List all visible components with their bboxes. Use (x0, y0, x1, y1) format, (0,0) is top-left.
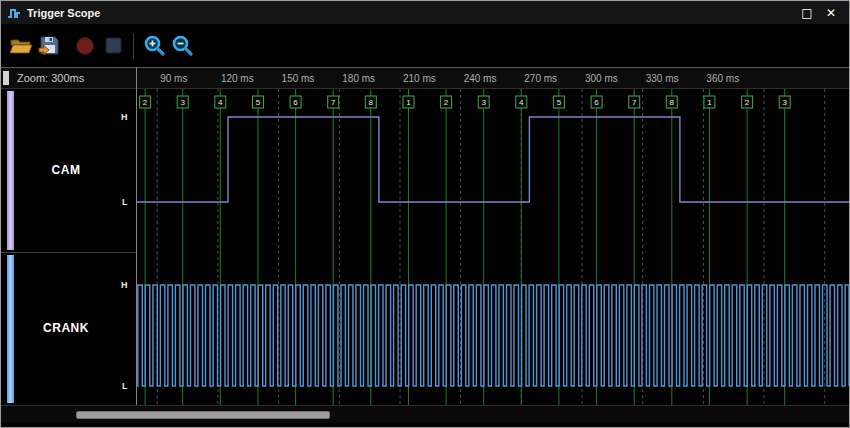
stop-button[interactable] (99, 30, 127, 62)
toolbar-separator (133, 33, 134, 59)
time-tick-label: 150 ms (282, 73, 315, 84)
zoom-in-button[interactable] (140, 30, 168, 62)
waveform-plot: 234567812345678123 (137, 89, 849, 405)
tooth-number: 7 (632, 98, 637, 107)
horizontal-scrollbar[interactable] (1, 405, 849, 423)
tooth-number: 7 (331, 98, 336, 107)
window-title: Trigger Scope (27, 7, 100, 19)
app-icon (7, 6, 21, 20)
tooth-number: 4 (218, 98, 223, 107)
crank-high-label: H (121, 280, 133, 290)
toolbar (1, 24, 849, 67)
tooth-number: 3 (180, 98, 185, 107)
titlebar[interactable]: Trigger Scope □ ✕ (1, 1, 849, 24)
tooth-number: 1 (406, 98, 411, 107)
crank-channel-panel: CRANK H L (1, 253, 136, 405)
time-tick-label: 90 ms (160, 73, 187, 84)
crank-channel-label: CRANK (16, 321, 116, 335)
record-icon (75, 36, 95, 56)
tooth-number: 8 (369, 98, 374, 107)
record-button[interactable] (71, 30, 99, 62)
zoom-out-icon (171, 34, 194, 57)
time-tick-label: 240 ms (464, 73, 497, 84)
cam-low-label: L (122, 197, 134, 207)
save-button[interactable] (35, 30, 63, 62)
crank-color-stripe (7, 255, 14, 403)
tooth-number: 2 (745, 98, 750, 107)
time-tick-label: 360 ms (706, 73, 739, 84)
cam-waveform (137, 117, 849, 202)
time-tick-label: 180 ms (342, 73, 375, 84)
time-tick-label: 210 ms (403, 73, 436, 84)
tooth-number: 6 (293, 98, 298, 107)
stop-icon (105, 37, 122, 54)
cam-channel-label: CAM (16, 163, 116, 177)
tooth-number: 2 (444, 98, 449, 107)
zoom-in-icon (143, 34, 166, 57)
zoom-level-label: Zoom: 300ms (17, 72, 84, 84)
time-tick-label: 300 ms (585, 73, 618, 84)
cam-high-label: H (121, 112, 133, 122)
cam-channel-panel: CAM H L (1, 89, 136, 252)
tooth-number: 3 (782, 98, 787, 107)
tooth-number: 1 (707, 98, 712, 107)
tooth-number: 8 (670, 98, 675, 107)
open-button[interactable] (7, 30, 35, 62)
tooth-number: 2 (143, 98, 148, 107)
tooth-number: 5 (256, 98, 261, 107)
time-tick-label: 330 ms (646, 73, 679, 84)
cam-color-stripe (7, 91, 14, 250)
scrollbar-thumb[interactable] (76, 411, 330, 419)
tooth-number: 5 (557, 98, 562, 107)
trigger-scope-window: Trigger Scope □ ✕ (0, 0, 850, 428)
time-axis-header: Zoom: 300ms 90 ms120 ms150 ms180 ms210 m… (1, 67, 849, 89)
maximize-button[interactable]: □ (795, 3, 819, 23)
tooth-number: 6 (594, 98, 599, 107)
header-grip[interactable] (3, 71, 9, 85)
save-icon (38, 35, 60, 56)
tooth-number: 3 (481, 98, 486, 107)
crank-waveform (137, 285, 849, 386)
time-tick-label: 270 ms (524, 73, 557, 84)
zoom-out-button[interactable] (168, 30, 196, 62)
time-tick-label: 120 ms (221, 73, 254, 84)
close-button[interactable]: ✕ (819, 3, 843, 23)
folder-open-icon (9, 36, 33, 56)
crank-low-label: L (122, 381, 134, 391)
tooth-number: 4 (519, 98, 524, 107)
